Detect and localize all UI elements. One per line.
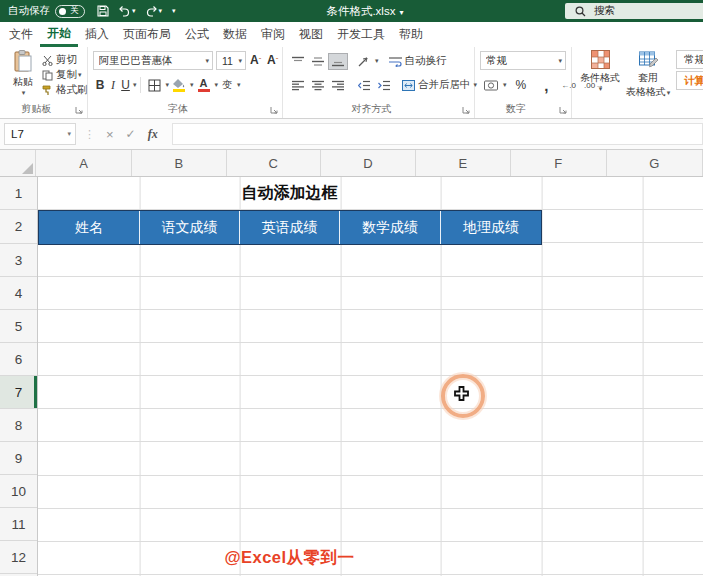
conditional-formatting-dropdown-icon: ▾ <box>599 85 603 93</box>
align-top-button[interactable] <box>288 53 308 70</box>
percent-style-button[interactable]: % <box>512 75 531 95</box>
header-cell-english[interactable]: 英语成绩 <box>240 211 340 244</box>
align-middle-button[interactable] <box>308 53 328 70</box>
increase-indent-button[interactable] <box>374 77 394 94</box>
format-painter-button[interactable]: 格式刷 <box>42 83 88 97</box>
column-header-g[interactable]: G <box>607 150 703 176</box>
accounting-dropdown-icon[interactable]: ▾ <box>503 81 507 89</box>
underline-button[interactable]: U <box>119 75 132 95</box>
decrease-indent-icon <box>358 80 370 91</box>
bold-button[interactable]: B <box>93 75 107 95</box>
alignment-dialog-launcher-icon[interactable] <box>462 105 471 114</box>
row-header-9[interactable]: 9 <box>0 442 37 475</box>
phonetic-guide-button[interactable]: 变 <box>218 75 236 95</box>
phonetic-dropdown-icon[interactable]: ▾ <box>237 81 241 89</box>
font-size-combo[interactable]: 11 ▾ <box>216 51 246 70</box>
decrease-indent-button[interactable] <box>354 77 374 94</box>
enter-icon[interactable]: ✓ <box>126 127 136 141</box>
cell-cursor-plus-icon <box>453 385 470 402</box>
tab-page-layout[interactable]: 页面布局 <box>116 23 178 47</box>
number-dialog-launcher-icon[interactable] <box>559 105 568 114</box>
paste-button[interactable]: 粘贴 ▾ <box>6 50 40 97</box>
header-cell-geography[interactable]: 地理成绩 <box>441 211 541 244</box>
align-bottom-icon <box>332 56 344 67</box>
align-left-button[interactable] <box>288 77 308 94</box>
increase-font-size-button[interactable]: Aˆ <box>250 53 261 67</box>
header-cell-chinese[interactable]: 语文成绩 <box>140 211 240 244</box>
comma-style-button[interactable]: , <box>540 74 552 97</box>
row-header-3[interactable]: 3 <box>0 244 37 277</box>
italic-button[interactable]: I <box>107 75 119 96</box>
font-family-combo[interactable]: 阿里巴巴普惠体 ▾ <box>93 51 213 70</box>
accounting-format-button[interactable] <box>480 77 502 94</box>
row-headers: 1 2 3 4 5 6 7 8 9 10 11 12 <box>0 177 38 576</box>
tab-data[interactable]: 数据 <box>216 23 254 47</box>
column-header-c[interactable]: C <box>227 150 321 176</box>
header-cell-math[interactable]: 数学成绩 <box>340 211 441 244</box>
redo-button[interactable]: ▾ <box>145 6 163 17</box>
number-format-combo[interactable]: 常规 ▾ <box>480 51 566 70</box>
tab-developer[interactable]: 开发工具 <box>330 23 392 47</box>
copy-button[interactable]: 复制 ▾ <box>42 68 82 82</box>
clipboard-icon <box>13 50 33 73</box>
cancel-icon[interactable]: × <box>106 127 114 142</box>
tab-file[interactable]: 文件 <box>2 23 40 47</box>
align-center-button[interactable] <box>308 77 328 94</box>
decrease-font-size-button[interactable]: Aˇ <box>267 53 278 67</box>
undo-button[interactable]: ▾ <box>118 6 136 17</box>
underline-dropdown-icon[interactable]: ▾ <box>133 81 137 89</box>
merge-center-button[interactable]: 合并后居中 ▾ <box>402 78 477 92</box>
fill-color-button[interactable] <box>169 76 189 95</box>
redo-dropdown-icon[interactable]: ▾ <box>159 7 163 15</box>
undo-dropdown-icon[interactable]: ▾ <box>132 7 136 15</box>
align-right-button[interactable] <box>328 77 348 94</box>
column-header-a[interactable]: A <box>36 150 132 176</box>
column-header-d[interactable]: D <box>321 150 416 176</box>
tab-review[interactable]: 审阅 <box>254 23 292 47</box>
format-as-table-button[interactable]: 套用 表格格式▾ <box>624 50 672 99</box>
row-header-7-active[interactable]: 7 <box>0 376 37 409</box>
insert-function-icon[interactable]: fx <box>148 127 158 142</box>
tab-help[interactable]: 帮助 <box>392 23 430 47</box>
tab-view[interactable]: 视图 <box>292 23 330 47</box>
column-header-f[interactable]: F <box>511 150 607 176</box>
save-icon[interactable] <box>97 5 109 17</box>
conditional-formatting-button[interactable]: 条件格式 ▾ <box>578 50 622 93</box>
orientation-button[interactable] <box>354 52 374 70</box>
scissors-icon <box>42 55 53 66</box>
sheet-cells[interactable]: 自动添加边框 姓名 语文成绩 英语成绩 数学成绩 地理成绩 @Excel从零到一 <box>38 177 703 576</box>
search-box[interactable]: 搜索 <box>565 3 703 19</box>
clipboard-dialog-launcher-icon[interactable] <box>75 105 84 114</box>
row-header-4[interactable]: 4 <box>0 277 37 310</box>
cut-button[interactable]: 剪切 <box>42 53 77 67</box>
row-header-6[interactable]: 6 <box>0 343 37 376</box>
cell-style-calculation[interactable]: 计算 <box>676 71 703 90</box>
align-bottom-button[interactable] <box>328 53 348 70</box>
font-dialog-launcher-icon[interactable] <box>270 105 279 114</box>
font-color-button[interactable]: A <box>194 75 214 95</box>
orientation-dropdown-icon[interactable]: ▾ <box>375 57 379 65</box>
autosave-toggle[interactable]: 关 <box>55 5 85 18</box>
row-header-10[interactable]: 10 <box>0 475 37 508</box>
row-header-8[interactable]: 8 <box>0 409 37 442</box>
formula-bar-grip-icon[interactable]: ⋮ <box>84 128 94 141</box>
row-header-12[interactable]: 12 <box>0 541 37 574</box>
customize-qat-icon[interactable]: ▾ <box>172 7 176 15</box>
column-header-e[interactable]: E <box>416 150 510 176</box>
wrap-text-button[interactable]: 自动换行 <box>389 54 447 68</box>
borders-button[interactable] <box>144 76 165 95</box>
document-title[interactable]: 条件格式.xlsx ▾ <box>300 4 430 19</box>
formula-input[interactable] <box>172 123 703 145</box>
tab-insert[interactable]: 插入 <box>78 23 116 47</box>
select-all-corner[interactable] <box>0 150 36 176</box>
header-cell-name[interactable]: 姓名 <box>39 211 140 244</box>
column-header-b[interactable]: B <box>132 150 226 176</box>
tab-formulas[interactable]: 公式 <box>178 23 216 47</box>
row-header-2[interactable]: 2 <box>0 210 37 244</box>
name-box[interactable]: L7 ▾ <box>4 123 76 145</box>
row-header-1[interactable]: 1 <box>0 177 37 210</box>
row-header-11[interactable]: 11 <box>0 508 37 541</box>
tab-home[interactable]: 开始 <box>40 22 78 47</box>
row-header-5[interactable]: 5 <box>0 310 37 343</box>
cell-style-normal[interactable]: 常规 <box>676 50 703 69</box>
